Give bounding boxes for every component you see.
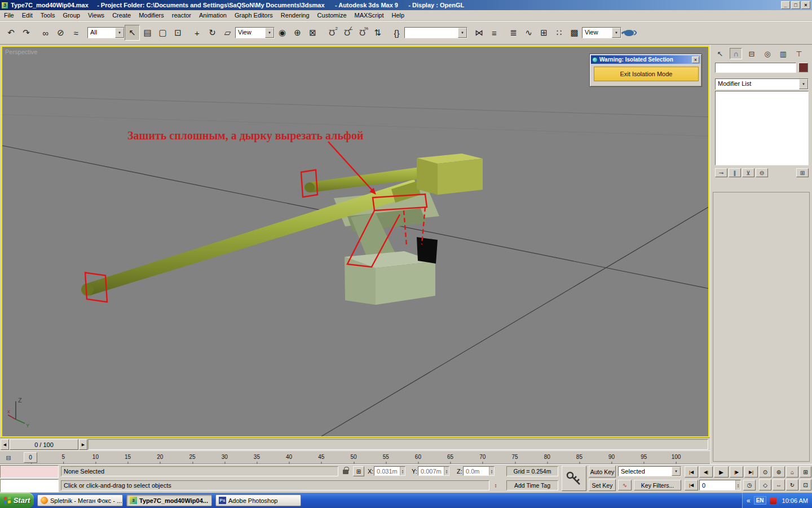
named-selection-sets-icon[interactable]: {} bbox=[389, 25, 404, 41]
exit-isolation-button[interactable]: Exit Isolation Mode bbox=[594, 67, 699, 81]
object-color-swatch[interactable] bbox=[798, 63, 808, 72]
set-key-big-key-icon[interactable] bbox=[562, 466, 586, 491]
render-view-dropdown[interactable]: View ▼ bbox=[582, 27, 621, 38]
angle-snap-icon[interactable]: Ω∠ bbox=[339, 25, 355, 41]
next-frame-arrow-icon[interactable]: ▶ bbox=[79, 439, 87, 450]
keyboard-override-icon[interactable]: ⊠ bbox=[305, 25, 320, 41]
current-frame-field[interactable]: 0▴▾ bbox=[699, 480, 741, 491]
dropdown-arrow-icon[interactable]: ▼ bbox=[799, 79, 808, 89]
go-to-start-icon[interactable]: |◀ bbox=[685, 466, 698, 478]
start-button[interactable]: Start bbox=[0, 493, 34, 508]
make-unique-icon[interactable]: ⊻ bbox=[742, 168, 754, 177]
tray-chevron-icon[interactable]: « bbox=[747, 497, 751, 505]
quick-render-teapot-icon[interactable] bbox=[621, 25, 637, 41]
dialog-close-icon[interactable]: × bbox=[692, 56, 699, 63]
select-and-manipulate-icon[interactable]: ⊕ bbox=[290, 25, 305, 41]
taskbar-task-browser[interactable]: Spletnik - Меган Фокс - ... bbox=[37, 494, 123, 506]
menu-item[interactable]: Rendering bbox=[277, 11, 314, 20]
set-key-button[interactable]: Set Key bbox=[589, 479, 616, 491]
time-slider-track[interactable] bbox=[88, 439, 708, 450]
dialog-title-bar[interactable]: Warning: Isolated Selection × bbox=[591, 55, 700, 64]
dropdown-arrow-icon[interactable]: ▼ bbox=[458, 28, 467, 38]
layer-manager-icon[interactable]: ≣ bbox=[506, 25, 521, 41]
tab-create-icon[interactable]: ↖ bbox=[714, 48, 726, 59]
zoom-extents-icon[interactable]: ⌂ bbox=[786, 466, 798, 478]
viewport-label[interactable]: Perspective bbox=[5, 49, 37, 55]
curve-editor-icon[interactable]: ∿ bbox=[521, 25, 536, 41]
arc-rotate-icon[interactable]: ↻ bbox=[786, 479, 798, 491]
object-name-field[interactable] bbox=[715, 63, 796, 73]
use-pivot-center-icon[interactable]: ◉ bbox=[275, 25, 290, 41]
tab-utilities-icon[interactable]: ⊤ bbox=[793, 48, 805, 59]
select-and-rotate-icon[interactable]: ↻ bbox=[205, 25, 220, 41]
go-to-end-icon[interactable]: ▶| bbox=[744, 466, 758, 478]
play-animation-icon[interactable]: ▶ bbox=[714, 466, 729, 478]
y-coord-field[interactable]: 0.007m▴▾ bbox=[418, 466, 449, 476]
dropdown-arrow-icon[interactable]: ▼ bbox=[115, 28, 124, 38]
menu-item[interactable]: reactor bbox=[168, 11, 195, 20]
timeline-current-frame-marker[interactable]: 0 bbox=[24, 452, 37, 463]
previous-frame-icon[interactable]: ◀| bbox=[699, 466, 713, 478]
menu-item[interactable]: Modifiers bbox=[135, 11, 168, 20]
x-coord-field[interactable]: 0.031m▴▾ bbox=[374, 466, 405, 476]
pin-stack-icon[interactable]: ⊸ bbox=[715, 168, 727, 177]
percent-snap-icon[interactable]: Ω% bbox=[355, 25, 370, 41]
taskbar-task-3dsmax[interactable]: 3 Type7C_mod40Wip04... bbox=[126, 494, 212, 506]
menu-item[interactable]: Customize bbox=[314, 11, 351, 20]
snap-toggle-icon[interactable]: Ω2 bbox=[324, 25, 339, 41]
maxscript-mini-listener-white[interactable] bbox=[0, 479, 59, 492]
maximize-viewport-toggle-icon[interactable]: ⊡ bbox=[800, 479, 811, 491]
modifier-list-dropdown[interactable]: Modifier List ▼ bbox=[715, 78, 809, 90]
dropdown-arrow-icon[interactable]: ▼ bbox=[672, 467, 681, 476]
previous-frame-arrow-icon[interactable]: ◀ bbox=[1, 439, 9, 450]
select-by-name-icon[interactable]: ▤ bbox=[140, 25, 155, 41]
select-and-move-icon[interactable]: + bbox=[189, 25, 205, 41]
zoom-extents-all-icon[interactable]: ⊞ bbox=[800, 466, 811, 478]
menu-item[interactable]: Graph Editors bbox=[231, 11, 277, 20]
select-object-icon[interactable]: ↖ bbox=[125, 25, 140, 41]
time-slider[interactable]: 0 / 100 bbox=[10, 439, 78, 450]
menu-item[interactable]: Edit bbox=[18, 11, 37, 20]
zoom-all-icon[interactable]: ⊛ bbox=[773, 466, 785, 478]
menu-item[interactable]: Help bbox=[388, 11, 409, 20]
maximize-button[interactable]: □ bbox=[791, 1, 800, 9]
bind-to-spacewarp-icon[interactable]: ≈ bbox=[68, 25, 83, 41]
timeline-ruler[interactable]: ⊟ 05101520253035404550556065707580859095… bbox=[0, 450, 710, 464]
menu-item[interactable]: File bbox=[0, 11, 18, 20]
auto-key-button[interactable]: Auto Key bbox=[589, 466, 616, 478]
tab-display-icon[interactable]: ▥ bbox=[777, 48, 789, 59]
menu-item[interactable]: Tools bbox=[37, 11, 59, 20]
z-coord-field[interactable]: 0.0m▴▾ bbox=[463, 466, 495, 476]
dropdown-arrow-icon[interactable]: ▼ bbox=[612, 28, 621, 38]
show-end-result-icon[interactable]: ∥ bbox=[729, 168, 741, 177]
prompt-spinner-icon[interactable]: ▴▾ bbox=[492, 480, 500, 491]
undo-icon[interactable]: ↶ bbox=[3, 25, 19, 41]
tab-motion-icon[interactable]: ◎ bbox=[761, 48, 774, 59]
menu-item[interactable]: Views bbox=[84, 11, 108, 20]
align-icon[interactable]: ≡ bbox=[487, 25, 502, 41]
key-filters-button[interactable]: Key Filters... bbox=[634, 480, 681, 491]
configure-modifier-sets-icon[interactable]: ⊞ bbox=[796, 168, 809, 177]
viewport-canvas[interactable]: Зашить сплошным, а дырку вырезать альфой… bbox=[2, 47, 708, 436]
mirror-icon[interactable]: ⋈ bbox=[471, 25, 487, 41]
schematic-view-icon[interactable]: ⊞ bbox=[536, 25, 551, 41]
key-mode-toggle-icon[interactable]: |◀ bbox=[685, 480, 698, 491]
close-button[interactable]: × bbox=[801, 1, 810, 9]
absolute-mode-toggle-icon[interactable]: ⊞ bbox=[353, 466, 364, 476]
field-of-view-icon[interactable]: ◇ bbox=[759, 479, 771, 491]
redo-icon[interactable]: ↷ bbox=[19, 25, 34, 41]
select-and-scale-icon[interactable]: ▱ bbox=[220, 25, 235, 41]
tray-red-icon[interactable] bbox=[770, 497, 776, 504]
menu-item[interactable]: Create bbox=[108, 11, 135, 20]
minimize-button[interactable]: _ bbox=[781, 1, 790, 9]
reference-coordinate-dropdown[interactable]: View ▼ bbox=[235, 27, 275, 38]
selection-filter-dropdown[interactable]: All ▼ bbox=[87, 27, 125, 38]
curve-toggle-icon[interactable]: ∿ bbox=[618, 480, 632, 491]
viewport-perspective[interactable]: Зашить сплошным, а дырку вырезать альфой… bbox=[1, 46, 709, 437]
next-frame-icon[interactable]: |▶ bbox=[730, 466, 743, 478]
render-setup-icon[interactable]: ▩ bbox=[567, 25, 582, 41]
dropdown-arrow-icon[interactable]: ▼ bbox=[265, 28, 274, 38]
spinner-snap-icon[interactable]: ⇅ bbox=[370, 25, 385, 41]
tab-modify-icon[interactable]: ∩ bbox=[730, 48, 742, 59]
window-crossing-icon[interactable]: ⊡ bbox=[170, 25, 186, 41]
